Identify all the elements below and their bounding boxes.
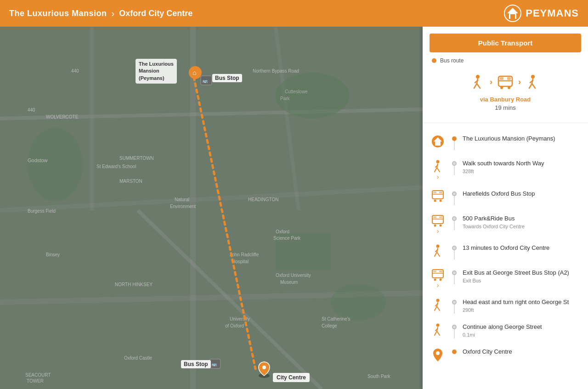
step-7-title: Continue along George Street [463, 323, 581, 331]
svg-point-100 [440, 279, 442, 281]
step-7-subtitle: 0.1mi [463, 332, 581, 338]
step-2-content: Harefields Oxford Bus Stop [463, 190, 581, 198]
transport-icons-row: › › [423, 67, 588, 92]
bus-route-label: Bus route [440, 57, 464, 64]
step-8-dot [452, 350, 457, 354]
svg-text:Oxford University: Oxford University [276, 273, 311, 278]
svg-line-103 [435, 306, 437, 310]
svg-point-64 [500, 86, 503, 89]
svg-line-58 [477, 84, 480, 88]
step-4-line [454, 250, 455, 259]
svg-point-54 [262, 366, 266, 369]
svg-rect-81 [439, 192, 442, 193]
svg-line-93 [437, 252, 440, 256]
step-7-line [454, 329, 455, 338]
svg-text:Godstow: Godstow [28, 158, 47, 163]
svg-point-12 [28, 128, 83, 201]
svg-point-55 [476, 75, 480, 79]
svg-text:Museum: Museum [280, 280, 298, 285]
svg-rect-62 [500, 77, 503, 80]
svg-line-57 [474, 84, 477, 88]
svg-rect-2 [510, 14, 515, 19]
walk-step4-icon [432, 244, 444, 258]
walk-step6-icon [432, 298, 444, 312]
step-7-dot [452, 325, 457, 329]
svg-text:🚌: 🚌 [211, 361, 217, 367]
public-transport-tab[interactable]: Public Transport [430, 34, 581, 52]
svg-text:440: 440 [71, 68, 79, 73]
svg-text:SEACOURT: SEACOURT [25, 372, 51, 378]
step-3: › 500 Park&Ride Bus Towards Oxford City … [423, 210, 588, 239]
svg-point-73 [436, 160, 440, 163]
svg-text:Oxford Castle: Oxford Castle [124, 355, 153, 361]
svg-text:HEADINGTON: HEADINGTON [248, 197, 279, 202]
step-5-line [454, 275, 455, 284]
map-svg: Cutteslowe Park 440 Godstow WOLVERCOTE S… [0, 27, 423, 389]
route-via: via Banbury Road [432, 96, 579, 103]
logo-text: PEYMANS [526, 7, 579, 19]
svg-text:St Edward's School: St Edward's School [96, 164, 136, 169]
svg-point-99 [434, 279, 436, 281]
step-2-icon-col [430, 190, 446, 203]
step-8: Oxford City Centre [423, 343, 588, 367]
svg-text:WOLVERCOTE: WOLVERCOTE [46, 114, 79, 119]
walk-step7-icon [432, 323, 444, 337]
logo-house-icon [503, 4, 522, 23]
svg-text:Environment: Environment [170, 204, 196, 209]
header: The Luxurious Mansion › Oxford City Cent… [0, 0, 588, 27]
step-3-subtitle: Towards Oxford City Centre [463, 224, 581, 229]
step-5-content: Exit Bus at George Street Bus Stop (A2) … [463, 269, 581, 283]
step-4-content: 13 minutes to Oxford City Centre [463, 244, 581, 252]
step-3-expand[interactable]: › [437, 227, 439, 235]
step-5-title: Exit Bus at George Street Bus Stop (A2) [463, 269, 581, 277]
step-7: Continue along George Street 0.1mi [423, 318, 588, 343]
svg-point-106 [436, 324, 440, 327]
svg-text:440: 440 [28, 107, 35, 113]
step-5-expand[interactable]: › [437, 282, 439, 289]
city-centre-label: City Centre [273, 373, 310, 382]
step-2-title: Harefields Oxford Bus Stop [463, 190, 581, 198]
step-7-connector [451, 323, 458, 338]
svg-text:SUMMERTOWN: SUMMERTOWN [119, 156, 154, 161]
step-2: Harefields Oxford Bus Stop [423, 185, 588, 210]
svg-text:🚌: 🚌 [202, 78, 208, 84]
step-1-connector [451, 159, 458, 175]
step-6-title: Head east and turn right onto George St [463, 298, 581, 306]
svg-point-88 [434, 225, 436, 227]
start-location-label: The Luxurious Mansion (Peymans) [136, 59, 177, 84]
bus-stop-step5-icon [431, 269, 445, 282]
right-panel: Public Transport Bus route › › [423, 27, 588, 389]
step-3-line [454, 221, 455, 230]
header-title: The Luxurious Mansion [9, 9, 107, 18]
header-separator: › [112, 8, 115, 19]
svg-point-83 [440, 200, 442, 202]
arrow2-icon: › [518, 77, 521, 87]
step-4: 13 minutes to Oxford City Centre [423, 239, 588, 264]
step-3-connector [451, 214, 458, 230]
step-1-line [454, 166, 455, 175]
step-6-connector [451, 298, 458, 314]
step-1-content: Walk south towards North Way 328ft [463, 159, 581, 174]
step-8-icon-col [430, 348, 446, 362]
svg-text:St Catherine's: St Catherine's [322, 316, 351, 321]
svg-rect-86 [433, 216, 436, 218]
svg-text:NORTH HINKSEY: NORTH HINKSEY [115, 282, 153, 287]
step-5-icon-col: › [430, 269, 446, 289]
step-8-title: Oxford City Centre [463, 348, 581, 356]
route-info: via Banbury Road 19 mins [423, 92, 588, 120]
destination-icon [431, 348, 444, 362]
svg-line-108 [435, 331, 437, 335]
step-6-icon-col [430, 298, 446, 312]
step-7-content: Continue along George Street 0.1mi [463, 323, 581, 338]
bus-route-indicator: Bus route [423, 55, 588, 67]
step-5-subtitle: Exit Bus [463, 278, 581, 283]
svg-text:Hospital: Hospital [232, 259, 249, 264]
svg-point-82 [434, 200, 436, 202]
svg-point-111 [436, 351, 440, 355]
step-1-expand[interactable]: › [437, 173, 439, 180]
svg-line-68 [529, 84, 532, 88]
svg-point-66 [531, 75, 535, 79]
step-2-connector [451, 190, 458, 205]
map-area: Cutteslowe Park 440 Godstow WOLVERCOTE S… [0, 27, 423, 389]
step-0-content: The Luxurious Mansion (Peymans) [463, 135, 581, 143]
